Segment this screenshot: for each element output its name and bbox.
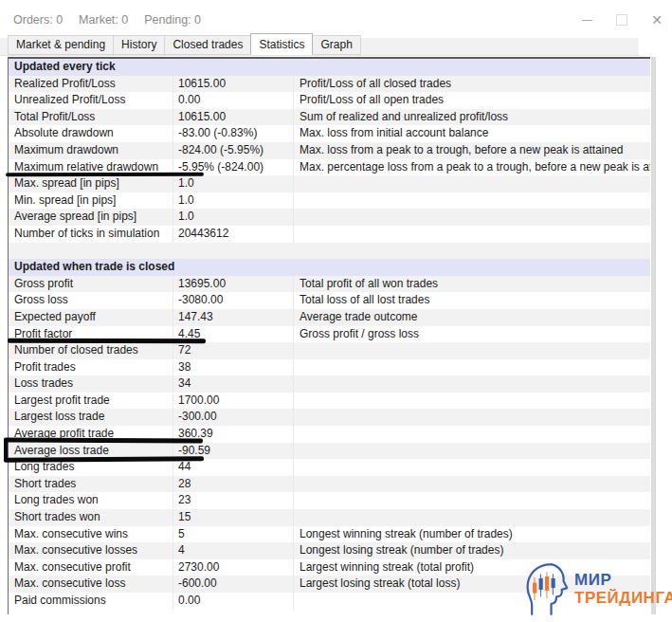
stats-table: Updated every tickRealized Profit/Loss10… [8,57,650,614]
row-name: Gross profit [9,276,173,293]
row-name: Largest profit trade [9,393,173,410]
row-value: 34 [173,375,294,393]
table-row: Maximum drawdown-824.00 (-5.95%)Max. los… [9,142,650,159]
market-count: Market: 0 [79,13,128,27]
row-value: -3080.00 [173,292,294,309]
row-desc [294,175,650,192]
row-value: 38 [173,359,294,376]
row-value: 72 [173,342,294,359]
row-desc: Total profit of all won trades [294,276,650,293]
table-row: Profit trades38 [9,359,650,376]
row-name: Long trades won [9,492,173,509]
row-value: 1.0 [173,209,294,226]
statistics-window: Orders: 0 Market: 0 Pending: 0 ✕ Market … [0,0,672,622]
row-desc [294,492,650,509]
row-desc [294,426,650,443]
logo-text: МИР ТРЕЙДИНГА [574,571,672,607]
table-row: Unrealized Profit/Loss0.00Profit/Loss of… [9,92,650,109]
table-row: Gross loss-3080.00Total loss of all lost… [9,292,650,309]
row-desc [294,443,650,460]
row-name: Total Profit/Loss [9,109,173,126]
vertical-scrollbar[interactable] [651,57,656,614]
marker-underline-max-relative-drawdown [6,173,204,177]
row-desc: Profit/Loss of all open trades [294,92,650,109]
tab-closed-trades[interactable]: Closed trades [164,35,251,55]
row-name: Absolute drawdown [9,125,173,142]
row-value: 10615.00 [173,109,294,126]
tab-statistics[interactable]: Statistics [250,33,313,55]
row-name: Expected payoff [9,309,173,326]
marker-bracket-average-loss-trade [4,438,8,462]
tab-market-pending[interactable]: Market & pending [8,35,114,55]
row-name: Largest loss trade [9,409,173,426]
row-desc [294,476,650,493]
close-button[interactable]: ✕ [649,12,664,27]
row-name: Profit trades [9,359,173,376]
maximize-icon [616,14,627,26]
row-name: Unrealized Profit/Loss [9,92,173,109]
row-value: 1.0 [173,175,294,192]
row-value: 13695.00 [173,276,294,293]
table-row: Number of ticks in simulation20443612 [9,226,650,243]
minimize-icon [582,20,592,21]
mir-trading-logo: МИР ТРЕЙДИНГА [522,560,672,617]
tab-history[interactable]: History [113,35,165,55]
head-candlestick-icon [522,560,570,617]
window-titlebar: Orders: 0 Market: 0 Pending: 0 ✕ [0,0,672,38]
row-desc [294,409,650,426]
row-name: Max. consecutive losses [9,542,173,559]
row-name: Gross loss [9,292,173,309]
row-name: Min. spread [in pips] [9,192,173,210]
row-desc: Longest losing streak (number of trades) [294,542,650,559]
row-name: Number of closed trades [9,342,173,359]
table-row: Gross profit13695.00Total profit of all … [9,276,650,293]
section-header-row: Updated every tick [9,59,650,76]
table-row: Max. consecutive losses4Longest losing s… [9,542,650,559]
section-title: Updated when trade is closed [9,259,174,276]
row-value: 23 [173,492,294,509]
row-desc: Total loss of all lost trades [294,292,650,309]
tab-graph[interactable]: Graph [312,35,360,55]
table-row: Largest loss trade-300.00 [9,409,650,426]
row-desc: Sum of realized and unrealized profit/lo… [294,109,650,126]
table-row: Absolute drawdown-83.00 (-0.83%)Max. los… [9,125,650,142]
table-row: Largest profit trade1700.00 [9,393,650,410]
row-value: 44 [173,459,294,476]
row-name: Average spread [in pips] [9,209,173,226]
row-desc: Average trade outcome [294,309,650,326]
row-name: Max. consecutive profit [9,559,173,576]
close-icon: ✕ [651,13,663,27]
row-name: Max. consecutive loss [9,576,173,593]
row-name: Short trades [9,476,173,493]
row-value: 0.00 [173,92,294,109]
row-desc [294,342,650,359]
table-row: Realized Profit/Loss10615.00Profit/Loss … [9,76,650,93]
row-desc: Max. percentage loss from a peak to a tr… [294,159,650,176]
section-header-row: Updated when trade is closed [9,259,650,276]
row-value: 28 [173,476,294,493]
row-name: Paid commissions [9,593,173,610]
section-title: Updated every tick [9,59,116,76]
row-name: Max. spread [in pips] [9,175,173,192]
row-desc [294,393,650,410]
row-desc: Max. loss from initial account balance [294,125,650,142]
row-value: -824.00 (-5.95%) [173,142,294,159]
table-row: Short trades28 [9,476,650,493]
table-row: Short trades won15 [9,509,650,526]
row-name: Short trades won [9,509,173,526]
maximize-button[interactable] [614,12,629,27]
row-value: 147.43 [173,309,294,326]
row-value: 0.00 [173,593,294,610]
table-row: Long trades won23 [9,492,650,509]
row-desc: Longest winning streak (number of trades… [294,526,650,543]
table-row: Min. spread [in pips]1.0 [9,192,650,210]
row-value: 15 [173,509,294,526]
order-counters: Orders: 0 Market: 0 Pending: 0 [13,13,201,27]
table-row: Expected payoff147.43Average trade outco… [9,309,650,326]
row-desc [294,226,650,243]
empty-row [9,243,650,260]
minimize-button[interactable] [579,12,594,27]
row-value: 20443612 [173,226,294,243]
row-desc [294,459,650,476]
row-desc [294,375,650,393]
